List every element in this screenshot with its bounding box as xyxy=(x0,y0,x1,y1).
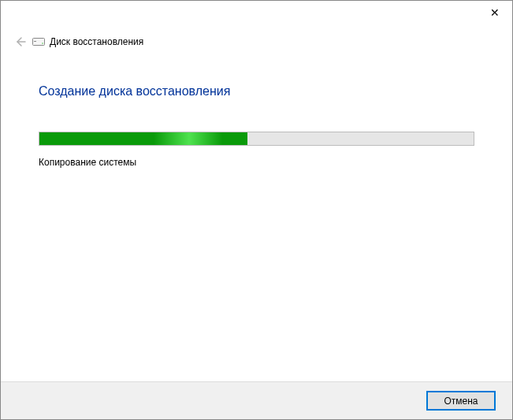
titlebar: ✕ xyxy=(1,1,512,26)
close-button[interactable]: ✕ xyxy=(477,1,512,24)
button-bar: Отмена xyxy=(1,381,512,419)
progress-bar xyxy=(39,132,474,146)
drive-icon xyxy=(32,37,45,46)
content-area: Создание диска восстановления Копировани… xyxy=(1,54,512,168)
window-title: Диск восстановления xyxy=(50,36,143,47)
page-title: Создание диска восстановления xyxy=(39,84,474,98)
svg-point-2 xyxy=(42,43,43,44)
cancel-button[interactable]: Отмена xyxy=(427,392,495,410)
status-text: Копирование системы xyxy=(39,157,474,168)
header-row: Диск восстановления xyxy=(1,26,512,54)
back-arrow-icon xyxy=(12,34,28,50)
svg-rect-1 xyxy=(34,41,36,42)
close-icon: ✕ xyxy=(490,6,500,19)
progress-fill xyxy=(39,132,247,145)
